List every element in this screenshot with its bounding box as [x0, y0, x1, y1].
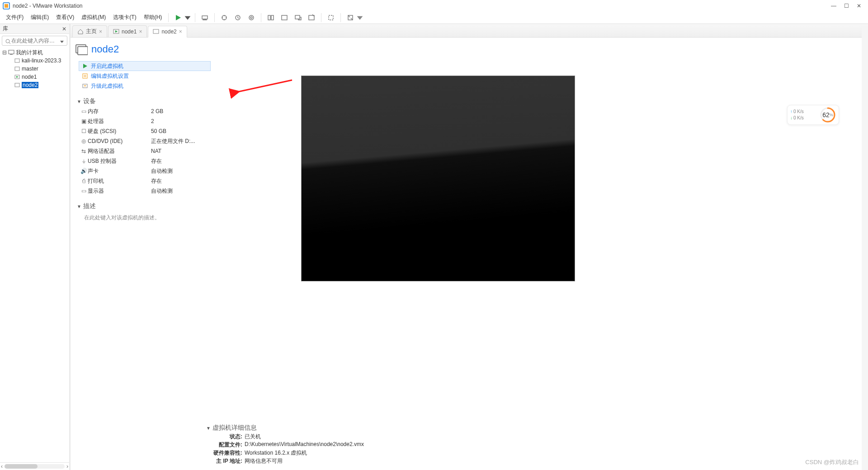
- vm-screen-preview[interactable]: [301, 76, 575, 281]
- action-power-on[interactable]: 开启此虚拟机: [79, 61, 211, 71]
- device-row[interactable]: ▭内存2 GB: [80, 106, 211, 116]
- fullscreen-dropdown[interactable]: [358, 12, 364, 23]
- tree-item-kali[interactable]: kali-linux-2023.3: [2, 57, 67, 65]
- collapse-icon[interactable]: ⊟: [2, 49, 7, 56]
- svg-marker-33: [83, 64, 87, 68]
- window-minimize-button[interactable]: —: [827, 2, 840, 10]
- vm-summary-page: node2 开启此虚拟机 编辑虚拟机设置 升级此虚拟机: [71, 38, 868, 470]
- tree-item-node1[interactable]: node1: [2, 73, 67, 81]
- svg-rect-27: [15, 83, 19, 87]
- view-single-button[interactable]: [278, 12, 291, 23]
- tree-item-node2[interactable]: node2: [2, 81, 67, 89]
- menu-file[interactable]: 文件(F): [3, 13, 27, 22]
- device-row[interactable]: ▣处理器2: [80, 116, 211, 126]
- power-dropdown[interactable]: [185, 12, 192, 23]
- toolbar-separator: [321, 13, 321, 22]
- svg-marker-3: [185, 16, 191, 19]
- description-placeholder[interactable]: 在此处键入对该虚拟机的描述。: [84, 214, 211, 222]
- detail-config-label: 配置文件:: [206, 441, 242, 449]
- printer-icon: ⎙: [80, 178, 88, 184]
- svg-marker-26: [16, 76, 19, 78]
- snapshot-take-button[interactable]: [218, 12, 231, 23]
- detail-state-label: 状态:: [206, 433, 242, 441]
- device-row[interactable]: ⇆网络适配器NAT: [80, 146, 211, 156]
- tree-item-master[interactable]: master: [2, 65, 67, 73]
- svg-rect-24: [15, 67, 19, 71]
- svg-rect-22: [10, 54, 13, 55]
- vm-large-icon: [75, 43, 88, 56]
- toolbar-separator: [214, 13, 215, 22]
- snapshot-manager-button[interactable]: [245, 12, 258, 23]
- titlebar: node2 - VMware Workstation — ☐ ✕: [0, 0, 868, 11]
- cpu-icon: ▣: [80, 118, 88, 124]
- scroll-left-icon[interactable]: ‹: [1, 463, 3, 470]
- download-speed: 0 K/s: [790, 115, 804, 121]
- library-close-button[interactable]: ✕: [62, 26, 66, 32]
- action-edit-settings[interactable]: 编辑虚拟机设置: [79, 71, 211, 81]
- section-devices[interactable]: ▼ 设备: [77, 97, 211, 105]
- content-area: 主页 × node1 × node2 × node2: [71, 24, 868, 470]
- search-input[interactable]: [2, 36, 67, 46]
- svg-rect-21: [9, 50, 14, 54]
- device-row[interactable]: ◎CD/DVD (IDE)正在使用文件 D:...: [80, 136, 211, 146]
- cd-icon: ◎: [80, 138, 88, 144]
- send-input-button[interactable]: [198, 12, 211, 23]
- device-row[interactable]: ☐硬盘 (SCSI)50 GB: [80, 126, 211, 136]
- snapshot-revert-button[interactable]: [231, 12, 244, 23]
- device-row[interactable]: ⎙打印机存在: [80, 176, 211, 186]
- device-row[interactable]: ⏚USB 控制器存在: [80, 156, 211, 166]
- menu-vm[interactable]: 虚拟机(M): [78, 13, 109, 22]
- disk-icon: ☐: [80, 128, 88, 134]
- svg-rect-32: [78, 47, 88, 55]
- usb-icon: ⏚: [80, 158, 88, 164]
- library-sidebar: 库 ✕ ⊟ 我的计算机 kali-linux-2023.3: [0, 24, 71, 470]
- vm-off-icon: [14, 57, 21, 64]
- view-sidebyside-button[interactable]: [264, 12, 277, 23]
- svg-rect-4: [202, 16, 208, 19]
- view-console-button[interactable]: [305, 12, 318, 23]
- tab-close-button[interactable]: ×: [179, 28, 182, 35]
- svg-rect-1: [5, 4, 8, 8]
- scroll-thumb[interactable]: [5, 464, 38, 469]
- device-row[interactable]: 🔊声卡自动检测: [80, 166, 211, 176]
- menu-edit[interactable]: 编辑(E): [28, 13, 52, 22]
- scroll-right-icon[interactable]: ›: [66, 463, 68, 470]
- device-row[interactable]: ▭显示器自动检测: [80, 186, 211, 196]
- fullscreen-stretch-button[interactable]: [344, 12, 357, 23]
- svg-marker-2: [176, 15, 181, 20]
- network-speed-widget[interactable]: 0 K/s 0 K/s 62%: [787, 105, 839, 125]
- menu-view[interactable]: 查看(V): [53, 13, 77, 22]
- svg-rect-30: [153, 29, 159, 33]
- section-vm-details[interactable]: ▼ 虚拟机详细信息: [206, 424, 568, 432]
- sound-icon: 🔊: [80, 168, 88, 174]
- view-unity-button[interactable]: [292, 12, 304, 23]
- vm-on-icon: [113, 28, 119, 35]
- window-close-button[interactable]: ✕: [853, 2, 865, 10]
- action-upgrade-vm[interactable]: 升级此虚拟机: [79, 81, 211, 91]
- vm-title-row: node2: [75, 40, 211, 58]
- tab-home[interactable]: 主页 ×: [72, 25, 107, 37]
- menu-tabs[interactable]: 选项卡(T): [110, 13, 139, 22]
- svg-marker-20: [60, 41, 64, 43]
- menu-help[interactable]: 帮助(H): [141, 13, 165, 22]
- detail-config-value: D:\Kubernetes\VirtualMachines\node2\node…: [245, 441, 364, 449]
- svg-rect-23: [15, 59, 19, 62]
- tree-root-my-computer[interactable]: ⊟ 我的计算机: [2, 48, 67, 57]
- search-dropdown-icon[interactable]: [60, 40, 64, 43]
- scroll-track[interactable]: [5, 464, 65, 469]
- section-description[interactable]: ▼ 描述: [77, 202, 211, 210]
- svg-rect-5: [203, 19, 207, 20]
- computer-icon: [8, 49, 15, 56]
- tab-close-button[interactable]: ×: [139, 28, 142, 35]
- svg-rect-14: [309, 15, 314, 20]
- toolbar-separator: [168, 13, 169, 22]
- tab-node1[interactable]: node1 ×: [108, 25, 147, 37]
- sidebar-horizontal-scrollbar[interactable]: ‹ ›: [0, 462, 69, 470]
- tab-close-button[interactable]: ×: [99, 28, 102, 35]
- window-maximize-button[interactable]: ☐: [840, 2, 853, 10]
- page-vertical-scrollbar[interactable]: [862, 25, 868, 470]
- tab-node2[interactable]: node2 ×: [148, 26, 187, 38]
- fullscreen-enter-button[interactable]: [325, 12, 337, 23]
- network-speed-text: 0 K/s 0 K/s: [790, 109, 804, 121]
- power-on-button[interactable]: [172, 12, 184, 23]
